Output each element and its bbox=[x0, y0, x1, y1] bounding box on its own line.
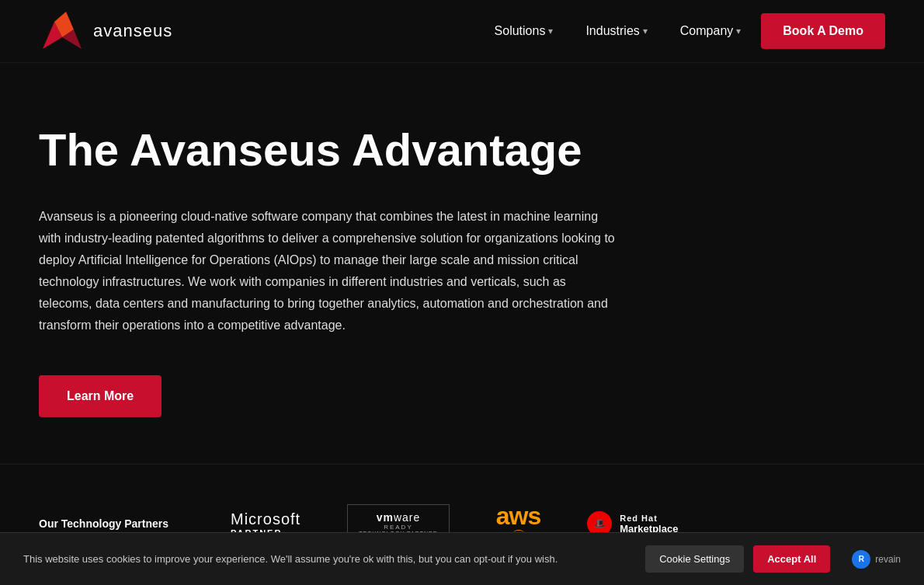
redhat-hat-icon: 🎩 bbox=[594, 518, 606, 529]
nav-company[interactable]: Company ▾ bbox=[668, 16, 753, 46]
logo-area[interactable]: avanseus bbox=[39, 10, 172, 53]
vmware-ready-text: READY bbox=[384, 524, 413, 531]
hero-section: The Avanseus Advantage Avanseus is a pio… bbox=[0, 63, 660, 464]
solutions-label: Solutions bbox=[495, 24, 546, 38]
company-chevron-icon: ▾ bbox=[736, 26, 741, 37]
brand-name: avanseus bbox=[93, 21, 172, 41]
industries-chevron-icon: ▾ bbox=[643, 26, 648, 37]
nav-solutions[interactable]: Solutions ▾ bbox=[482, 16, 566, 46]
cookie-settings-button[interactable]: Cookie Settings bbox=[645, 545, 744, 573]
hero-description: Avanseus is a pioneering cloud-native so… bbox=[39, 206, 621, 336]
aws-brand-text: aws bbox=[496, 503, 540, 528]
revain-badge: R revain bbox=[852, 550, 901, 569]
learn-more-button[interactable]: Learn More bbox=[39, 375, 162, 417]
partners-label: Our Technology Partners bbox=[39, 517, 168, 530]
cookie-message: This website uses cookies to improve you… bbox=[23, 553, 606, 565]
company-label: Company bbox=[680, 24, 733, 38]
navbar: avanseus Solutions ▾ Industries ▾ Compan… bbox=[0, 0, 924, 62]
hero-title: The Avanseus Advantage bbox=[39, 125, 621, 175]
cookie-banner: This website uses cookies to improve you… bbox=[0, 532, 924, 585]
nav-industries[interactable]: Industries ▾ bbox=[573, 16, 659, 46]
nav-links: Solutions ▾ Industries ▾ Company ▾ Book … bbox=[482, 13, 885, 49]
cookie-actions: Cookie Settings Accept All R revain bbox=[645, 545, 901, 573]
revain-label: revain bbox=[875, 554, 901, 565]
vmware-brand-text: vmware bbox=[377, 511, 421, 524]
revain-icon: R bbox=[852, 550, 870, 569]
cookie-accept-button[interactable]: Accept All bbox=[753, 545, 830, 573]
redhat-text-group: Red Hat Marketplace bbox=[620, 514, 678, 535]
redhat-brand-text: Red Hat bbox=[620, 514, 678, 523]
book-demo-button[interactable]: Book A Demo bbox=[761, 13, 885, 49]
industries-label: Industries bbox=[585, 24, 639, 38]
microsoft-partner-text-line1: Microsoft bbox=[231, 510, 300, 528]
avanseus-logo-icon bbox=[39, 10, 85, 53]
solutions-chevron-icon: ▾ bbox=[548, 26, 553, 37]
